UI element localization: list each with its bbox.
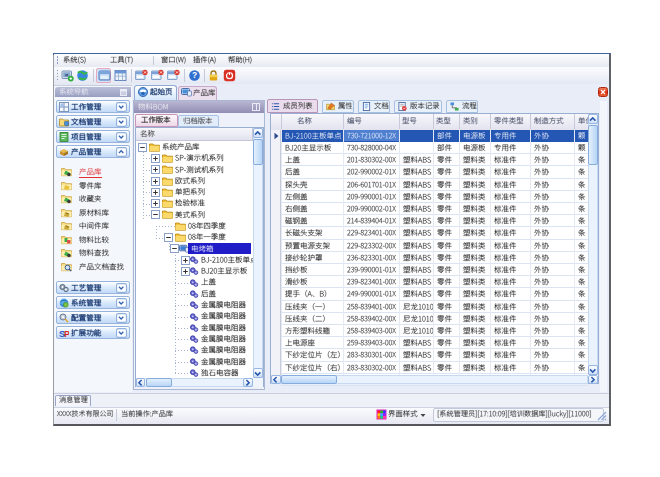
svg-text:?: ?: [192, 70, 197, 80]
svg-text:SP: SP: [59, 328, 69, 338]
